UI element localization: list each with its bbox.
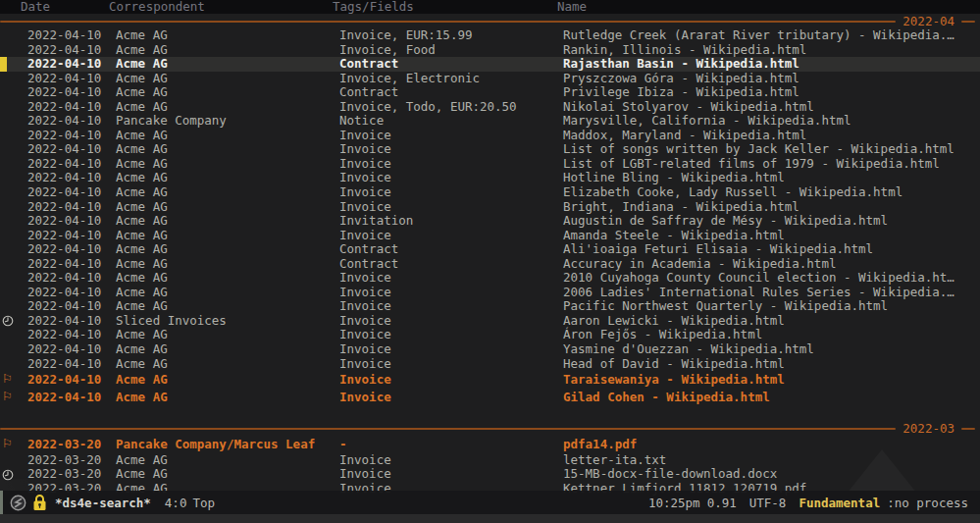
- row-name: Gilad Cohen - Wikipedia.html: [563, 389, 770, 406]
- table-row[interactable]: 2022-04-10Acme AGInvoiceHead of David - …: [0, 357, 980, 372]
- row-tags: Notice: [339, 114, 384, 129]
- row-name: Rutledge Creek (Ararat River tributary) …: [563, 28, 954, 43]
- cursor-position: 4:0: [165, 496, 187, 510]
- row-correspondent: Acme AG: [116, 185, 168, 200]
- row-name: Pacific Northwest Quarterly - Wikipedia.…: [563, 299, 888, 314]
- table-row[interactable]: 2022-04-10Acme AGContractAccuracy in Aca…: [0, 257, 980, 272]
- row-date: 2022-04-10: [27, 57, 101, 72]
- table-row[interactable]: 2022-04-10Acme AGInvoiceYasmine d'Ouezza…: [0, 342, 980, 357]
- row-tags: Invoice: [339, 467, 391, 482]
- row-name: 2010 Cuyahoga County Council election - …: [563, 271, 954, 286]
- row-correspondent: Acme AG: [116, 214, 168, 229]
- row-tags: Invoice: [339, 229, 391, 243]
- row-name: Augustin de Saffray de Mésy - Wikipedia.…: [563, 214, 888, 229]
- row-date: 2022-04-10: [27, 357, 101, 372]
- separator-label: 2022-03: [896, 421, 961, 436]
- row-correspondent: Acme AG: [116, 299, 168, 314]
- separator-line: [961, 428, 975, 430]
- row-tags: Invitation: [339, 214, 413, 229]
- cursor: [0, 57, 7, 72]
- row-date: 2022-04-10: [27, 242, 101, 257]
- row-tags: Invoice: [339, 185, 391, 200]
- row-name: Maddox, Maryland - Wikipedia.html: [563, 129, 806, 143]
- row-correspondent: Acme AG: [116, 242, 168, 257]
- row-name: Rajasthan Basin - Wikipedia.html: [563, 57, 799, 72]
- table-row[interactable]: 2022-04-10Acme AGInvoiceÁron Fejős - Wik…: [0, 328, 980, 342]
- flag-icon: ⚐: [2, 371, 13, 389]
- row-name: Bright, Indiana - Wikipedia.html: [563, 200, 799, 215]
- table-row[interactable]: 2022-04-10Acme AGInvoice, EUR:15.99Rutle…: [0, 28, 980, 43]
- clock-time: 10:25pm: [648, 496, 700, 510]
- scroll-position: Top: [192, 496, 215, 510]
- row-date: 2022-04-10: [27, 100, 101, 115]
- row-correspondent: Acme AG: [116, 453, 168, 468]
- row-name: Privilege Ibiza - Wikipedia.html: [563, 85, 799, 100]
- table-row[interactable]: 2022-04-10Acme AGContractAli'ioaiga Fetu…: [0, 242, 980, 257]
- table-row[interactable]: 2022-04-10Acme AGInvitationAugustin de S…: [0, 214, 980, 229]
- row-correspondent: Acme AG: [116, 157, 168, 172]
- row-tags: Invoice: [339, 200, 391, 215]
- row-date: 2022-04-10: [27, 171, 101, 185]
- row-correspondent: Acme AG: [116, 28, 168, 43]
- table-row[interactable]: ⚐2022-04-10Acme AGInvoiceGilad Cohen - W…: [0, 389, 980, 406]
- row-name: List of songs written by Jack Keller - W…: [563, 142, 954, 157]
- row-tags: Invoice, Todo, EUR:20.50: [339, 100, 517, 115]
- table-row[interactable]: 2022-03-20Acme AGInvoice15-MB-docx-file-…: [0, 467, 980, 482]
- row-tags: Invoice: [339, 286, 391, 300]
- table-row[interactable]: 2022-04-10Acme AGContractRajasthan Basin…: [0, 57, 980, 72]
- row-tags: Contract: [339, 57, 398, 72]
- flag-icon: ⚐: [2, 389, 13, 406]
- row-correspondent: Acme AG: [116, 271, 168, 286]
- row-name: Head of David - Wikipedia.html: [563, 357, 785, 372]
- row-correspondent: Acme AG: [116, 171, 168, 185]
- table-row[interactable]: 2022-04-10Acme AGInvoiceElizabeth Cooke,…: [0, 185, 980, 200]
- table-row[interactable]: 2022-04-10Acme AGContractPrivilege Ibiza…: [0, 85, 980, 100]
- buffer-name[interactable]: *ds4e-search*: [55, 496, 151, 510]
- row-correspondent: Acme AG: [116, 142, 168, 157]
- table-row[interactable]: 2022-04-10Acme AGInvoiceHotline Bling - …: [0, 171, 980, 185]
- table-row[interactable]: 2022-04-10Pancake CompanyNoticeMarysvill…: [0, 114, 980, 129]
- separator-line: [961, 21, 975, 23]
- clock-icon: [2, 314, 14, 330]
- table-row[interactable]: 2022-04-10Acme AGInvoice2010 Cuyahoga Co…: [0, 271, 980, 286]
- table-row[interactable]: ⚐2022-04-10Acme AGInvoiceTaraisewaniya -…: [0, 371, 980, 389]
- row-tags: -: [339, 436, 347, 453]
- major-mode[interactable]: Fundamental: [799, 496, 880, 510]
- row-date: 2022-04-10: [27, 185, 101, 200]
- table-row[interactable]: 2022-04-10Acme AGInvoicePacific Northwes…: [0, 299, 980, 314]
- table-row[interactable]: 2022-03-20Acme AGInvoiceletter-ita.txt: [0, 453, 980, 468]
- table-row[interactable]: 2022-04-10Acme AGInvoiceList of songs wr…: [0, 142, 980, 157]
- row-correspondent: Acme AG: [116, 357, 168, 372]
- row-name: Aaron Lewicki - Wikipedia.html: [563, 314, 785, 329]
- table-row[interactable]: 2022-04-10Acme AGInvoice, ElectronicPrys…: [0, 72, 980, 86]
- row-date: 2022-04-10: [27, 299, 101, 314]
- table-row[interactable]: 2022-04-10Acme AGInvoice, Todo, EUR:20.5…: [0, 100, 980, 115]
- row-correspondent: Acme AG: [116, 467, 168, 482]
- lock-icon: [32, 494, 47, 511]
- network-status-icon: [10, 495, 26, 511]
- table-row[interactable]: 2022-04-10Acme AGInvoiceBright, Indiana …: [0, 200, 980, 215]
- document-list-buffer: Date Correspondent Tags/Fields Name 2022…: [0, 0, 980, 515]
- table-row[interactable]: 2022-04-10Sliced InvoicesInvoiceAaron Le…: [0, 314, 980, 329]
- row-tags: Invoice: [339, 314, 391, 329]
- table-row[interactable]: 2022-04-10Acme AGInvoiceMaddox, Maryland…: [0, 129, 980, 143]
- row-correspondent: Acme AG: [116, 342, 168, 357]
- row-name: Áron Fejős - Wikipedia.html: [563, 328, 762, 342]
- row-date: 2022-04-10: [27, 257, 101, 272]
- row-date: 2022-04-10: [27, 28, 101, 43]
- row-correspondent: Acme AG: [116, 229, 168, 243]
- encoding: UTF-8: [749, 496, 787, 510]
- row-name: letter-ita.txt: [563, 453, 666, 468]
- row-tags: Invoice: [339, 171, 391, 185]
- table-row[interactable]: ⚐2022-03-20Pancake Company/Marcus Leaf-p…: [0, 436, 980, 453]
- row-name: Elizabeth Cooke, Lady Russell - Wikipedi…: [563, 185, 903, 200]
- table-row[interactable]: 2022-04-10Acme AGInvoice2006 Ladies' Int…: [0, 286, 980, 300]
- row-correspondent: Pancake Company/Marcus Leaf: [116, 436, 315, 453]
- separator-label: 2022-04: [896, 14, 961, 28]
- row-name: Nikolai Stolyarov - Wikipedia.html: [563, 100, 814, 115]
- table-row[interactable]: 2022-04-10Acme AGInvoice, FoodRankin, Il…: [0, 43, 980, 58]
- row-date: 2022-03-20: [27, 436, 101, 453]
- table-row[interactable]: 2022-04-10Acme AGInvoiceList of LGBT-rel…: [0, 157, 980, 172]
- table-row[interactable]: 2022-04-10Acme AGInvoiceAmanda Steele - …: [0, 229, 980, 243]
- echo-area[interactable]: [0, 514, 980, 523]
